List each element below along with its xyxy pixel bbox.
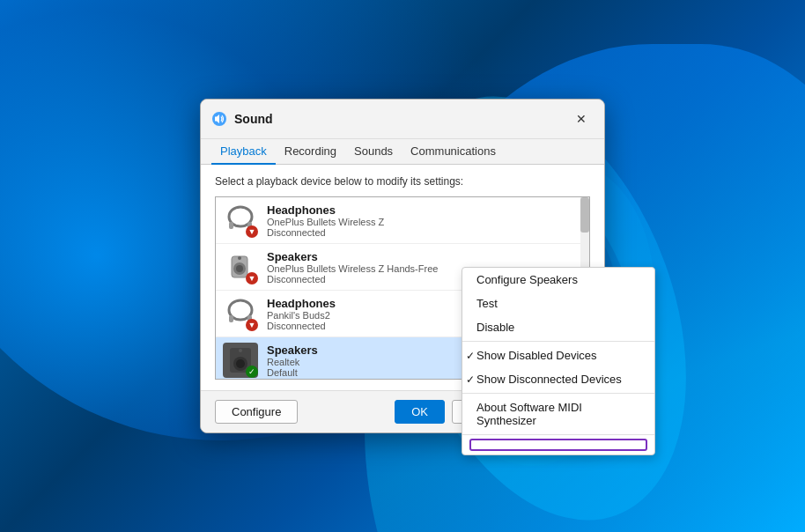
headphones-icon: ▼ <box>223 203 258 238</box>
ok-button[interactable]: OK <box>395 400 445 424</box>
dialog-content: Select a playback device below to modify… <box>201 165 604 390</box>
svg-point-13 <box>236 359 245 368</box>
close-button[interactable]: ✕ <box>569 107 594 131</box>
device-list-area: ▼ Headphones OnePlus Bullets Wireless Z … <box>215 196 590 380</box>
context-separator-3 <box>462 434 654 435</box>
tab-communications[interactable]: Communications <box>402 139 505 165</box>
context-about-midi[interactable]: About Software MIDI Synthesizer <box>462 395 654 432</box>
status-badge-red: ▼ <box>246 319 258 331</box>
context-separator <box>462 341 654 342</box>
device-name: Headphones <box>267 203 582 217</box>
svg-point-6 <box>236 265 243 272</box>
svg-point-7 <box>238 256 241 260</box>
status-badge-red: ▼ <box>246 272 258 284</box>
title-bar: Sound ✕ <box>201 100 604 139</box>
speakers-icon: ▼ <box>223 249 258 284</box>
headphones-icon-2: ▼ <box>223 296 258 331</box>
svg-rect-9 <box>229 315 233 322</box>
context-show-disconnected[interactable]: Show Disconnected Devices <box>462 367 654 391</box>
context-configure[interactable]: Configure Speakers <box>462 268 654 292</box>
context-test[interactable]: Test <box>462 292 654 315</box>
tabs-container: Playback Recording Sounds Communications <box>201 139 604 165</box>
device-status: Disconnected <box>267 227 582 238</box>
status-badge-red: ▼ <box>246 225 258 238</box>
tab-playback[interactable]: Playback <box>211 139 276 165</box>
context-disable[interactable]: Disable <box>462 315 654 339</box>
context-menu: Configure Speakers Test Disable Show Dis… <box>462 267 655 455</box>
status-badge-green: ✓ <box>246 366 258 378</box>
scrollbar-thumb[interactable] <box>580 197 589 233</box>
context-properties-button[interactable] <box>469 439 647 451</box>
svg-point-14 <box>239 349 242 352</box>
device-name: Speakers <box>267 250 582 263</box>
sound-dialog: Sound ✕ Playback Recording Sounds Commun… <box>200 99 605 433</box>
instruction-text: Select a playback device below to modify… <box>215 175 590 188</box>
device-info: Headphones OnePlus Bullets Wireless Z Di… <box>267 203 582 238</box>
sound-app-icon <box>211 111 227 127</box>
speakers-realtek-icon: ✓ <box>223 343 258 378</box>
context-separator-2 <box>462 393 654 394</box>
dialog-title: Sound <box>234 112 569 126</box>
tab-recording[interactable]: Recording <box>276 139 345 165</box>
device-item[interactable]: ▼ Headphones OnePlus Bullets Wireless Z … <box>216 197 589 244</box>
device-sub: OnePlus Bullets Wireless Z <box>267 217 582 227</box>
tab-sounds[interactable]: Sounds <box>345 139 402 165</box>
context-show-disabled[interactable]: Show Disabled Devices <box>462 344 654 367</box>
configure-button[interactable]: Configure <box>215 400 298 424</box>
svg-rect-2 <box>229 222 233 229</box>
